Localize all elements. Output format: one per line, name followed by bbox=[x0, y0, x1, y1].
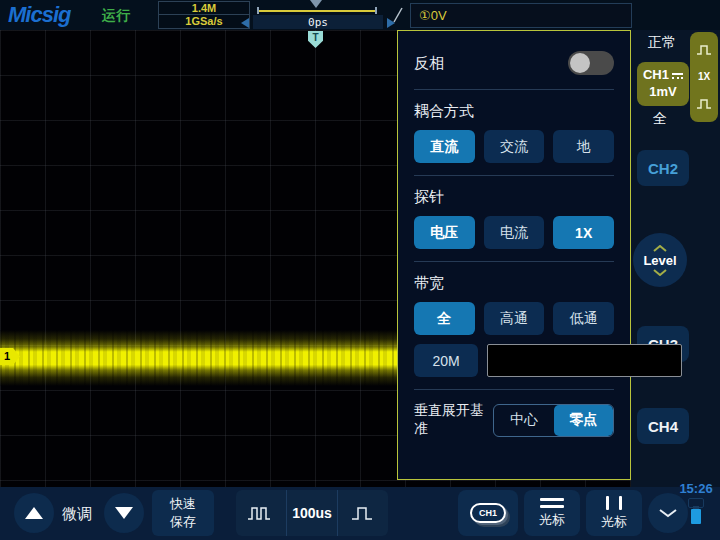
horizontal-cursor-icon bbox=[540, 498, 564, 508]
vref-center-button[interactable]: 中心 bbox=[494, 405, 553, 436]
right-sidebar: 正常 CH1 1mV 全 1X CH2 Level CH3 CH4 bbox=[631, 30, 720, 487]
probe-voltage-button[interactable]: 电压 bbox=[414, 216, 475, 249]
sample-depth: 1.4M bbox=[159, 2, 249, 15]
bandwidth-lowpass-button[interactable]: 低通 bbox=[553, 302, 614, 335]
probe-attenuation-label: 1X bbox=[698, 71, 710, 82]
timeline-bracket bbox=[257, 7, 377, 14]
scale-up-button[interactable] bbox=[14, 493, 54, 533]
triangle-down-icon bbox=[115, 507, 133, 519]
coupling-dc-button[interactable]: 直流 bbox=[414, 130, 475, 163]
level-label: Level bbox=[643, 253, 676, 268]
divider bbox=[414, 175, 614, 176]
dc-coupling-icon bbox=[672, 73, 683, 79]
chevron-up-icon bbox=[652, 245, 668, 252]
coupling-gnd-button[interactable]: 地 bbox=[553, 130, 614, 163]
oscilloscope-screen: 1 T Micsig 运行 1.4M 1GSa/s 0ps ①0V bbox=[0, 0, 720, 540]
active-channel-button[interactable]: CH1 bbox=[458, 490, 518, 536]
bandwidth-20m-button[interactable]: 20M bbox=[414, 344, 478, 377]
trigger-level-box[interactable]: ①0V bbox=[410, 3, 632, 28]
ch1-scale-badge[interactable]: CH1 1mV bbox=[637, 62, 689, 106]
vref-zero-button[interactable]: 零点 bbox=[554, 405, 613, 436]
timebase-readout[interactable]: 100us bbox=[286, 490, 337, 536]
divider bbox=[414, 389, 614, 390]
fine-tune-label: 微调 bbox=[62, 505, 92, 524]
pulse-down-icon[interactable] bbox=[696, 98, 712, 110]
horizontal-position-slider[interactable]: 0ps bbox=[253, 0, 383, 30]
status-cluster: 15:26 bbox=[676, 481, 716, 524]
quick-save-line1: 快速 bbox=[152, 495, 214, 513]
vertical-cursor-icon bbox=[606, 496, 622, 510]
coupling-label: 耦合方式 bbox=[414, 102, 614, 121]
probe-label: 探针 bbox=[414, 188, 614, 207]
timeline-marker-icon[interactable] bbox=[310, 0, 322, 8]
timeline-line bbox=[259, 10, 375, 12]
chevron-down-icon bbox=[658, 508, 678, 518]
ch1-settings-panel: 反相 耦合方式 直流 交流 地 探针 电压 电流 1X 带宽 全 高通 低通 2… bbox=[397, 30, 631, 480]
battery-icon bbox=[691, 509, 701, 524]
bandwidth-value-input[interactable] bbox=[487, 344, 682, 377]
sample-rate: 1GSa/s bbox=[159, 15, 249, 28]
scale-down-button[interactable] bbox=[104, 493, 144, 533]
h-cursor-label: 光标 bbox=[539, 511, 565, 529]
bandwidth-label: 带宽 bbox=[414, 274, 614, 293]
divider bbox=[414, 261, 614, 262]
trigger-level-button[interactable]: Level bbox=[633, 233, 687, 287]
invert-label: 反相 bbox=[414, 54, 444, 73]
bandwidth-highpass-button[interactable]: 高通 bbox=[484, 302, 545, 335]
ch1-name: CH1 bbox=[643, 67, 669, 82]
h-position-value: 0ps bbox=[308, 16, 328, 29]
bottom-bar: 微调 快速 保存 100us CH1 光标 光标 bbox=[0, 487, 720, 540]
timebase-group: 100us bbox=[236, 490, 388, 536]
invert-toggle[interactable] bbox=[568, 51, 614, 75]
clock: 15:26 bbox=[676, 481, 716, 496]
trigger-slope-icon[interactable] bbox=[392, 6, 404, 28]
ch1-oval-badge: CH1 bbox=[470, 503, 506, 523]
trigger-mode-label: 正常 bbox=[648, 34, 676, 52]
ch1-scale-value: 1mV bbox=[637, 83, 689, 100]
brand-logo: Micsig bbox=[8, 2, 70, 28]
ch1-bandwidth-indicator: 全 bbox=[653, 110, 667, 128]
single-pulse-icon bbox=[351, 504, 375, 522]
vertical-ref-segmented: 中心 零点 bbox=[493, 404, 614, 437]
sample-info-box[interactable]: 1.4M 1GSa/s bbox=[158, 1, 250, 29]
triangle-up-icon bbox=[25, 507, 43, 519]
timebase-slower-button[interactable] bbox=[236, 490, 286, 536]
horizontal-cursor-button[interactable]: 光标 bbox=[524, 490, 580, 536]
timebase-faster-button[interactable] bbox=[337, 490, 388, 536]
chevron-down-icon bbox=[652, 269, 668, 276]
run-status[interactable]: 运行 bbox=[102, 7, 130, 25]
v-cursor-label: 光标 bbox=[601, 513, 627, 531]
quick-save-button[interactable]: 快速 保存 bbox=[152, 490, 214, 536]
probe-current-button[interactable]: 电流 bbox=[484, 216, 545, 249]
double-pulse-icon bbox=[247, 504, 275, 522]
vertical-ref-label: 垂直展开基准 bbox=[414, 402, 493, 438]
pulse-up-icon[interactable] bbox=[696, 44, 712, 56]
probe-1x-button[interactable]: 1X bbox=[553, 216, 614, 249]
bandwidth-full-button[interactable]: 全 bbox=[414, 302, 475, 335]
ch2-button[interactable]: CH2 bbox=[637, 150, 689, 186]
vertical-cursor-button[interactable]: 光标 bbox=[586, 490, 642, 536]
scroll-left-icon[interactable] bbox=[241, 18, 249, 28]
timebase-value: 100us bbox=[292, 505, 332, 521]
quick-save-line2: 保存 bbox=[152, 513, 214, 531]
top-bar: Micsig 运行 1.4M 1GSa/s 0ps ①0V bbox=[0, 0, 720, 30]
coupling-ac-button[interactable]: 交流 bbox=[484, 130, 545, 163]
ch4-button[interactable]: CH4 bbox=[637, 408, 689, 444]
divider bbox=[414, 89, 614, 90]
trigger-position-marker[interactable]: T bbox=[308, 31, 323, 48]
toggle-knob-icon bbox=[570, 53, 590, 73]
horizontal-position-readout: 0ps bbox=[253, 15, 383, 29]
ch1-scale-strip: 1X bbox=[690, 32, 718, 122]
